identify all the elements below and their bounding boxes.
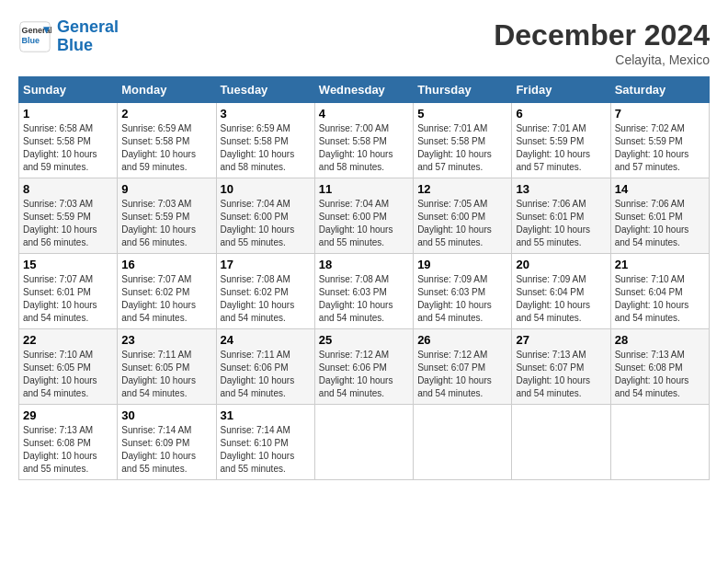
calendar-day-cell: 23 Sunrise: 7:11 AM Sunset: 6:05 PM Dayl… [118,329,216,405]
day-number: 12 [417,182,507,196]
day-number: 19 [417,258,507,271]
calendar-day-cell: 30 Sunrise: 7:14 AM Sunset: 6:09 PM Dayl… [118,405,216,480]
day-number: 30 [121,408,211,422]
day-info: Sunrise: 7:03 AM Sunset: 5:59 PM Dayligh… [23,198,113,249]
day-number: 8 [23,182,113,196]
day-number: 3 [221,107,311,121]
day-info: Sunrise: 7:12 AM Sunset: 6:07 PM Dayligh… [417,349,507,400]
location: Celayita, Mexico [494,52,710,67]
calendar-day-cell: 20 Sunrise: 7:09 AM Sunset: 6:04 PM Dayl… [512,254,610,329]
calendar-day-cell: 24 Sunrise: 7:11 AM Sunset: 6:06 PM Dayl… [216,329,314,405]
day-number: 20 [516,258,606,271]
calendar-day-cell: 19 Sunrise: 7:09 AM Sunset: 6:03 PM Dayl… [414,254,512,329]
day-number: 15 [23,258,113,271]
calendar-day-cell: 27 Sunrise: 7:13 AM Sunset: 6:07 PM Dayl… [512,329,610,405]
calendar-day-cell: 1 Sunrise: 6:58 AM Sunset: 5:58 PM Dayli… [19,103,118,178]
day-number: 27 [516,333,606,347]
day-info: Sunrise: 7:11 AM Sunset: 6:05 PM Dayligh… [121,349,211,400]
header: General Blue GeneralBlue December 2024 C… [18,18,710,67]
calendar-week-row: 29 Sunrise: 7:13 AM Sunset: 6:08 PM Dayl… [19,405,710,480]
day-number: 6 [516,107,606,121]
calendar-day-cell [512,405,610,480]
day-number: 28 [615,333,705,347]
day-info: Sunrise: 7:02 AM Sunset: 5:59 PM Dayligh… [615,122,705,174]
day-number: 10 [221,182,311,196]
day-number: 29 [23,408,113,422]
day-info: Sunrise: 7:12 AM Sunset: 6:06 PM Dayligh… [319,349,409,400]
day-number: 11 [319,182,409,196]
calendar-day-cell: 17 Sunrise: 7:08 AM Sunset: 6:02 PM Dayl… [216,254,314,329]
day-number: 31 [221,408,311,422]
day-number: 21 [615,258,705,271]
calendar-day-cell: 13 Sunrise: 7:06 AM Sunset: 6:01 PM Dayl… [512,178,610,254]
day-info: Sunrise: 7:06 AM Sunset: 6:01 PM Dayligh… [615,198,705,249]
day-info: Sunrise: 7:13 AM Sunset: 6:07 PM Dayligh… [516,349,606,400]
day-info: Sunrise: 6:58 AM Sunset: 5:58 PM Dayligh… [23,122,113,174]
calendar-day-cell: 22 Sunrise: 7:10 AM Sunset: 6:05 PM Dayl… [19,329,118,405]
day-number: 23 [121,333,211,347]
day-number: 1 [23,107,113,121]
day-info: Sunrise: 7:00 AM Sunset: 5:58 PM Dayligh… [319,122,409,174]
day-number: 7 [615,107,705,121]
calendar-day-cell: 3 Sunrise: 6:59 AM Sunset: 5:58 PM Dayli… [216,103,314,178]
weekday-header-cell: Wednesday [314,77,413,103]
month-title: December 2024 [494,18,710,52]
calendar-day-cell: 7 Sunrise: 7:02 AM Sunset: 5:59 PM Dayli… [610,103,709,178]
logo-icon: General Blue [18,20,51,53]
calendar-day-cell: 21 Sunrise: 7:10 AM Sunset: 6:04 PM Dayl… [610,254,709,329]
calendar-day-cell: 14 Sunrise: 7:06 AM Sunset: 6:01 PM Dayl… [610,178,709,254]
day-number: 9 [121,182,211,196]
day-info: Sunrise: 7:08 AM Sunset: 6:02 PM Dayligh… [221,273,311,325]
calendar-day-cell: 9 Sunrise: 7:03 AM Sunset: 5:59 PM Dayli… [118,178,216,254]
weekday-header-cell: Friday [512,77,610,103]
day-info: Sunrise: 7:10 AM Sunset: 6:05 PM Dayligh… [23,349,113,400]
day-number: 17 [221,258,311,271]
weekday-header-cell: Monday [118,77,216,103]
calendar-day-cell: 26 Sunrise: 7:12 AM Sunset: 6:07 PM Dayl… [414,329,512,405]
day-number: 2 [121,107,211,121]
calendar-week-row: 1 Sunrise: 6:58 AM Sunset: 5:58 PM Dayli… [19,103,710,178]
day-info: Sunrise: 7:14 AM Sunset: 6:09 PM Dayligh… [121,424,211,476]
calendar-day-cell: 18 Sunrise: 7:08 AM Sunset: 6:03 PM Dayl… [314,254,413,329]
day-info: Sunrise: 7:07 AM Sunset: 6:01 PM Dayligh… [23,273,113,325]
day-number: 16 [121,258,211,271]
calendar-day-cell: 16 Sunrise: 7:07 AM Sunset: 6:02 PM Dayl… [118,254,216,329]
calendar-day-cell: 5 Sunrise: 7:01 AM Sunset: 5:58 PM Dayli… [414,103,512,178]
day-info: Sunrise: 7:13 AM Sunset: 6:08 PM Dayligh… [23,424,113,476]
calendar-day-cell: 25 Sunrise: 7:12 AM Sunset: 6:06 PM Dayl… [314,329,413,405]
calendar-day-cell: 31 Sunrise: 7:14 AM Sunset: 6:10 PM Dayl… [216,405,314,480]
day-number: 5 [417,107,507,121]
day-info: Sunrise: 6:59 AM Sunset: 5:58 PM Dayligh… [221,122,311,174]
day-info: Sunrise: 7:13 AM Sunset: 6:08 PM Dayligh… [615,349,705,400]
day-number: 24 [221,333,311,347]
day-number: 26 [417,333,507,347]
title-area: December 2024 Celayita, Mexico [494,18,710,67]
weekday-header-cell: Saturday [610,77,709,103]
day-info: Sunrise: 7:01 AM Sunset: 5:59 PM Dayligh… [516,122,606,174]
calendar-day-cell [314,405,413,480]
calendar-day-cell: 29 Sunrise: 7:13 AM Sunset: 6:08 PM Dayl… [19,405,118,480]
calendar-day-cell: 28 Sunrise: 7:13 AM Sunset: 6:08 PM Dayl… [610,329,709,405]
calendar-week-row: 15 Sunrise: 7:07 AM Sunset: 6:01 PM Dayl… [19,254,710,329]
day-number: 13 [516,182,606,196]
day-info: Sunrise: 7:09 AM Sunset: 6:04 PM Dayligh… [516,273,606,325]
day-number: 25 [319,333,409,347]
day-info: Sunrise: 7:10 AM Sunset: 6:04 PM Dayligh… [615,273,705,325]
calendar-week-row: 22 Sunrise: 7:10 AM Sunset: 6:05 PM Dayl… [19,329,710,405]
day-number: 22 [23,333,113,347]
weekday-header-cell: Thursday [414,77,512,103]
calendar-day-cell [414,405,512,480]
day-number: 18 [319,258,409,271]
calendar-table: SundayMondayTuesdayWednesdayThursdayFrid… [18,76,710,480]
calendar-day-cell: 10 Sunrise: 7:04 AM Sunset: 6:00 PM Dayl… [216,178,314,254]
calendar-day-cell: 2 Sunrise: 6:59 AM Sunset: 5:58 PM Dayli… [118,103,216,178]
calendar-day-cell: 12 Sunrise: 7:05 AM Sunset: 6:00 PM Dayl… [414,178,512,254]
day-info: Sunrise: 7:04 AM Sunset: 6:00 PM Dayligh… [221,198,311,249]
day-info: Sunrise: 6:59 AM Sunset: 5:58 PM Dayligh… [121,122,211,174]
calendar-day-cell: 11 Sunrise: 7:04 AM Sunset: 6:00 PM Dayl… [314,178,413,254]
day-number: 4 [319,107,409,121]
day-info: Sunrise: 7:09 AM Sunset: 6:03 PM Dayligh… [417,273,507,325]
day-number: 14 [615,182,705,196]
weekday-header-cell: Sunday [19,77,118,103]
day-info: Sunrise: 7:06 AM Sunset: 6:01 PM Dayligh… [516,198,606,249]
